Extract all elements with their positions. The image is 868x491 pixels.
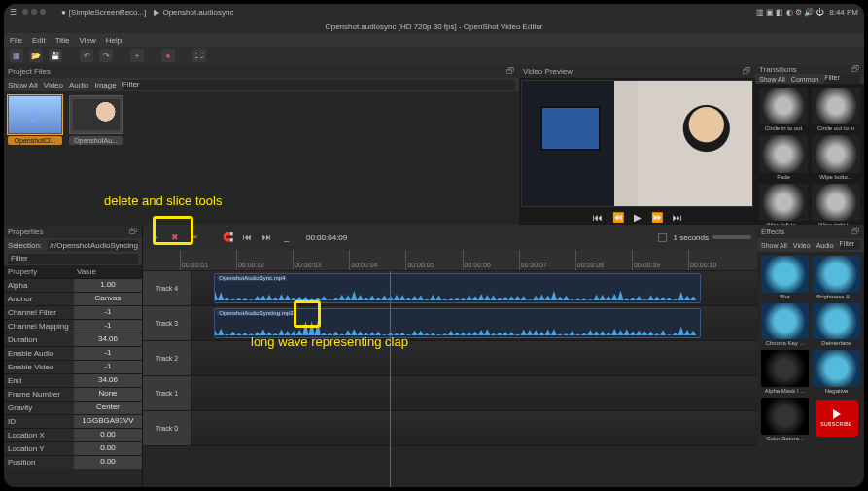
annotation-clap-box	[294, 300, 321, 328]
forward-icon[interactable]: ⏩	[651, 212, 663, 223]
menu-view[interactable]: View	[80, 36, 96, 45]
panel-expand-icon[interactable]: 🗗	[851, 64, 860, 74]
annotation-clap-label: long wave representing clap	[251, 334, 408, 349]
effect-item[interactable]: Brightness & ...	[813, 256, 860, 299]
filter-image[interactable]: Image	[94, 81, 116, 89]
transition-item[interactable]: Wipe botto...	[812, 135, 860, 179]
trans-filter[interactable]: Filter	[824, 74, 860, 84]
property-row[interactable]: Location X0.00	[4, 428, 142, 441]
effect-item[interactable]: Negative	[813, 350, 860, 394]
track-header[interactable]: Track 1	[143, 376, 191, 410]
open-icon[interactable]: 📂	[29, 49, 43, 62]
fx-video[interactable]: Video	[793, 242, 811, 249]
menu-edit[interactable]: Edit	[32, 36, 46, 45]
property-row[interactable]: Channel Mapping-1	[4, 319, 142, 333]
properties-title: Properties	[8, 228, 43, 236]
trans-showall[interactable]: Show All	[759, 76, 785, 83]
effect-item[interactable]: Chroma Key ...	[761, 303, 809, 347]
selection-label: Selection:	[8, 241, 42, 250]
next-marker-icon[interactable]: ⏭	[260, 230, 273, 244]
property-row[interactable]: Duration34.06	[4, 333, 142, 346]
import-icon[interactable]: ＋	[130, 49, 144, 62]
effect-item[interactable]: Blur	[761, 256, 809, 299]
property-row[interactable]: Position0.00	[4, 455, 142, 469]
rewind-icon[interactable]: ⏪	[612, 212, 624, 223]
filter-video[interactable]: Video	[44, 81, 63, 89]
menu-file[interactable]: File	[10, 36, 22, 45]
fullscreen-icon[interactable]: ⛶	[192, 49, 206, 62]
trans-common[interactable]: Common	[791, 76, 818, 83]
fx-showall[interactable]: Show All	[761, 242, 787, 249]
property-row[interactable]: Alpha1.00	[4, 278, 142, 292]
annotation-tools-label: delete and slice tools	[104, 193, 222, 208]
project-file-video[interactable]: OpenshotAu...	[69, 95, 123, 145]
undo-icon[interactable]: ↶	[80, 49, 93, 62]
zoom-slider[interactable]	[712, 235, 751, 239]
effect-item[interactable]: Alpha Mask / ...	[761, 350, 809, 394]
timeline-track[interactable]: Track 2	[143, 341, 757, 376]
prev-marker-icon[interactable]: ⏮	[240, 230, 254, 244]
selection-dropdown[interactable]: /r/OpenshotAudioSyncing.	[48, 240, 138, 251]
panel-expand-icon[interactable]: 🗗	[129, 227, 138, 236]
project-files-title: Project Files	[8, 67, 51, 76]
new-project-icon[interactable]: ▦	[10, 49, 23, 62]
property-row[interactable]: Frame NumberNone	[4, 387, 142, 401]
fx-filter[interactable]: Filter	[840, 240, 860, 250]
panel-expand-icon[interactable]: 🗗	[506, 66, 515, 76]
timeline-track[interactable]: Track 3OpenshotAudioSyncing.mp3	[143, 306, 757, 341]
playhead[interactable]	[390, 271, 391, 487]
video-preview[interactable]	[521, 80, 753, 207]
menu-title[interactable]: Title	[55, 36, 70, 45]
track-header[interactable]: Track 2	[143, 341, 191, 375]
timeline-clip[interactable]: OpenshotAudioSync.mp4	[214, 273, 701, 303]
zoom-checkbox[interactable]	[658, 233, 667, 242]
track-header[interactable]: Track 3	[143, 306, 191, 340]
menu-icon[interactable]: ☰	[10, 8, 17, 17]
tray-icons[interactable]: ▥ ▣ ◧ ◐ ⚙ 🔊 ⏻	[756, 8, 823, 17]
filter-input[interactable]: Filter	[122, 80, 515, 90]
property-row[interactable]: AnchorCanvas	[4, 292, 142, 305]
menu-help[interactable]: Help	[106, 36, 122, 45]
property-row[interactable]: Enable Audio-1	[4, 346, 142, 360]
transition-item[interactable]: Fade	[759, 135, 808, 179]
property-row[interactable]: Location Y0.00	[4, 441, 142, 455]
timeline-track[interactable]: Track 1	[143, 376, 757, 411]
effects-title: Effects	[761, 228, 784, 236]
play-icon[interactable]: ▶	[634, 212, 642, 223]
property-row[interactable]: Enable Video-1	[4, 360, 142, 373]
transition-item[interactable]: Wipe right t...	[812, 184, 860, 228]
property-row[interactable]: Channel Filter-1	[4, 305, 142, 319]
export-icon[interactable]: ●	[161, 49, 175, 62]
redo-icon[interactable]: ↷	[99, 49, 113, 62]
panel-expand-icon[interactable]: 🗗	[743, 66, 751, 76]
project-file-audio[interactable]: OpenshotCl...	[8, 95, 62, 145]
save-icon[interactable]: 💾	[49, 49, 62, 62]
task-screenrec[interactable]: ●[SimpleScreenReco...]	[61, 8, 146, 17]
play-position: 00:00:04:09	[306, 233, 347, 242]
snap-icon[interactable]: 🧲	[221, 230, 234, 244]
property-row[interactable]: GravityCenter	[4, 401, 142, 414]
jump-end-icon[interactable]: ⏭	[673, 212, 682, 223]
properties-filter[interactable]: Filter	[8, 254, 138, 264]
center-playhead-icon[interactable]: ⎯	[279, 230, 293, 244]
track-header[interactable]: Track 0	[143, 411, 191, 445]
zoom-label: 1 seconds	[674, 233, 709, 242]
transition-item[interactable]: Circle out to in	[812, 88, 860, 131]
filter-showall[interactable]: Show All	[8, 81, 38, 89]
property-row[interactable]: ID1GGBGA93VV	[4, 414, 142, 428]
jump-start-icon[interactable]: ⏮	[593, 212, 603, 223]
track-header[interactable]: Track 4	[143, 271, 191, 305]
panel-expand-icon[interactable]: 🗗	[851, 227, 860, 236]
menu-bar[interactable]: File Edit Title View Help	[4, 33, 864, 47]
subscribe-button[interactable]: SUBSCRIBE	[816, 400, 858, 437]
fx-audio[interactable]: Audio	[816, 242, 834, 249]
transition-item[interactable]: Circle in to out	[759, 88, 808, 131]
effect-item[interactable]: Deinterlace	[813, 303, 860, 347]
filter-audio[interactable]: Audio	[69, 81, 88, 89]
effect-item[interactable]: Color Satura...	[761, 398, 809, 441]
transition-item[interactable]: Wipe left to...	[759, 184, 808, 228]
task-openshot[interactable]: ▶Openshot.audiosync	[154, 8, 233, 17]
timeline-track[interactable]: Track 4OpenshotAudioSync.mp4	[143, 271, 757, 306]
timeline-track[interactable]: Track 0	[143, 411, 757, 446]
property-row[interactable]: End34.06	[4, 373, 142, 387]
